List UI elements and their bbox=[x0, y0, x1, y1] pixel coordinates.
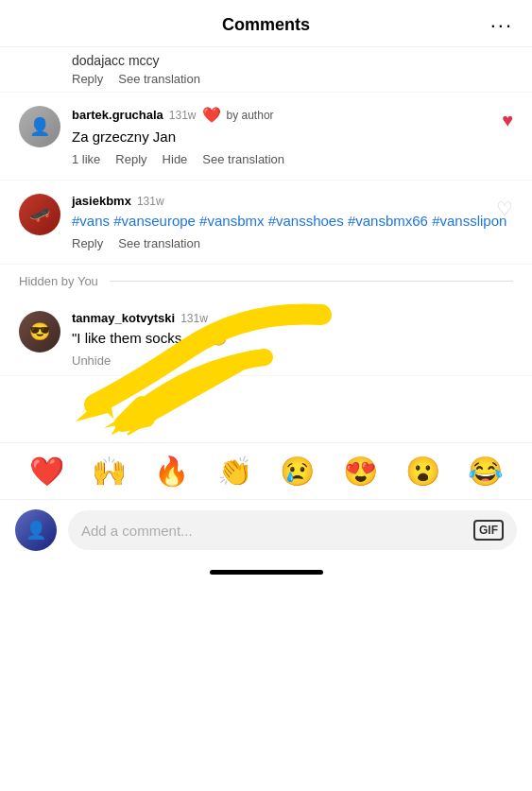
reply-button-bartek[interactable]: Reply bbox=[115, 152, 146, 166]
hashtag-vansbmx66[interactable]: #vansbmx66 bbox=[348, 213, 428, 229]
hidden-divider: Hidden by You bbox=[0, 265, 532, 298]
hidden-divider-text: Hidden by You bbox=[19, 274, 98, 288]
hidden-divider-line bbox=[110, 281, 513, 282]
comments-header: Comments ··· bbox=[0, 0, 532, 47]
username-bartek[interactable]: bartek.gruchala bbox=[72, 108, 163, 122]
comment-meta-bartek: bartek.gruchala 131w ❤️ by author bbox=[72, 106, 513, 124]
see-translation-button-jasiek[interactable]: See translation bbox=[118, 236, 200, 250]
comment-text-jasiek: #vans #vanseurope #vansbmx #vansshoes #v… bbox=[72, 211, 513, 231]
username-jasiek[interactable]: jasiekbmx bbox=[72, 194, 131, 208]
home-indicator bbox=[0, 560, 532, 580]
timestamp-jasiek: 131w bbox=[137, 195, 164, 208]
comment-body-bartek: bartek.gruchala 131w ❤️ by author Za grz… bbox=[72, 106, 513, 166]
curved-arrow bbox=[76, 301, 340, 423]
comment-input-wrapper[interactable]: Add a comment... GIF bbox=[68, 510, 517, 550]
partial-comment-actions: Reply See translation bbox=[72, 72, 513, 86]
heart-icon-bartek[interactable]: ♥ bbox=[502, 110, 513, 131]
comment-jasiek: 🛹 jasiekbmx 131w #vans #vanseurope #vans… bbox=[0, 181, 532, 265]
comment-body-jasiek: jasiekbmx 131w #vans #vanseurope #vansbm… bbox=[72, 194, 513, 250]
home-indicator-bar bbox=[210, 570, 323, 575]
avatar-bartek: 👤 bbox=[19, 106, 60, 147]
heart-icon-jasiek[interactable]: ♡ bbox=[496, 198, 513, 220]
partial-comment-text: dodajacc mccy bbox=[72, 53, 513, 68]
comment-bartek: 👤 bartek.gruchala 131w ❤️ by author Za g… bbox=[0, 93, 532, 181]
comment-actions-jasiek: Reply See translation bbox=[72, 236, 513, 250]
hashtag-vansbmx[interactable]: #vansbmx bbox=[199, 213, 264, 229]
partial-comment: dodajacc mccy Reply See translation bbox=[0, 47, 532, 93]
timestamp-bartek: 131w bbox=[169, 109, 197, 122]
gif-button[interactable]: GIF bbox=[473, 520, 504, 541]
header-title: Comments bbox=[222, 15, 310, 35]
more-options-button[interactable]: ··· bbox=[490, 13, 513, 38]
comment-input-placeholder[interactable]: Add a comment... bbox=[81, 523, 466, 539]
comment-meta-jasiek: jasiekbmx 131w bbox=[72, 194, 513, 208]
partial-see-translation-button[interactable]: See translation bbox=[118, 72, 200, 86]
comment-actions-bartek: 1 like Reply Hide See translation bbox=[72, 152, 513, 166]
comment-input-area: 👤 Add a comment... GIF bbox=[0, 499, 532, 560]
hide-button-bartek[interactable]: Hide bbox=[163, 152, 188, 166]
heart-badge-bartek: ❤️ bbox=[202, 106, 221, 124]
avatar-jasiek: 🛹 bbox=[19, 194, 60, 235]
hashtag-vans[interactable]: #vans bbox=[72, 213, 110, 229]
avatar-tanmay: 😎 bbox=[19, 311, 60, 353]
like-count-bartek: 1 like bbox=[72, 152, 100, 166]
see-translation-button-bartek[interactable]: See translation bbox=[202, 152, 284, 166]
reply-button-jasiek[interactable]: Reply bbox=[72, 236, 103, 250]
self-avatar: 👤 bbox=[15, 509, 57, 551]
partial-reply-button[interactable]: Reply bbox=[72, 72, 103, 86]
hashtag-vanseurope[interactable]: #vanseurope bbox=[113, 213, 196, 229]
hashtag-vansshoes[interactable]: #vansshoes bbox=[268, 213, 344, 229]
comment-text-bartek: Za grzeczny Jan bbox=[72, 127, 513, 146]
author-badge-bartek: by author bbox=[227, 109, 274, 122]
